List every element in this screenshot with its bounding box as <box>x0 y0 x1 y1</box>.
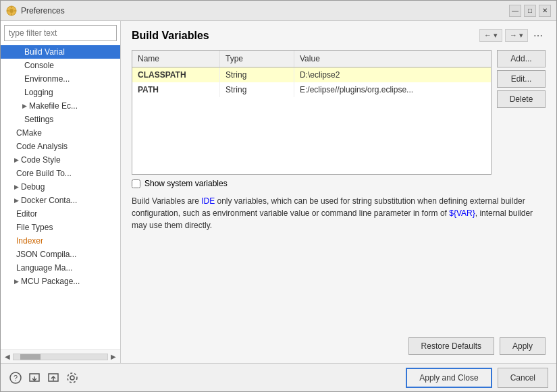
svg-point-12 <box>70 376 74 380</box>
scroll-right-arrow[interactable]: ▶ <box>109 352 117 362</box>
sidebar-item-label: Editor <box>16 209 37 219</box>
sidebar-item-cmake[interactable]: CMake <box>1 126 120 140</box>
sidebar-item-label: JSON Compila... <box>16 250 76 259</box>
sidebar-item-label: Code Analysis <box>16 142 68 151</box>
filter-input[interactable] <box>4 25 117 41</box>
sidebar-item-label: Language Ma... <box>16 263 72 273</box>
expand-arrow: ▶ <box>14 184 19 190</box>
sidebar-item-docker-containers[interactable]: ▶ Docker Conta... <box>1 194 120 207</box>
table-header: Name Type Value <box>132 51 491 67</box>
cell-value: D:\eclipse2 <box>294 67 491 82</box>
sidebar-item-mcu-package[interactable]: ▶ MCU Package... <box>1 275 120 288</box>
cell-name: PATH <box>132 82 220 97</box>
app-icon <box>6 5 17 16</box>
expand-arrow: ▶ <box>22 103 27 109</box>
export-icon[interactable] <box>47 371 60 385</box>
page-title: Build Variables <box>132 30 209 42</box>
sidebar-item-core-build-tools[interactable]: Core Build To... <box>1 167 120 180</box>
sidebar-item-settings[interactable]: Settings <box>1 113 120 126</box>
sidebar-item-label: File Types <box>16 223 53 232</box>
apply-close-button[interactable]: Apply and Close <box>406 368 492 388</box>
side-buttons: Add... Edit... Delete <box>497 50 546 175</box>
col-value: Value <box>294 51 491 67</box>
ide-text: IDE <box>201 196 215 206</box>
close-button[interactable]: ✕ <box>539 5 551 17</box>
sidebar-item-label: Console <box>24 61 54 70</box>
sidebar: Build Varial Console Environme... Loggin… <box>1 21 121 363</box>
expand-arrow: ▶ <box>14 278 19 285</box>
sidebar-item-label: Makefile Ec... <box>29 101 78 111</box>
window-title: Preferences <box>21 6 65 16</box>
var-text: ${VAR} <box>449 208 475 218</box>
sidebar-item-language-map[interactable]: Language Ma... <box>1 261 120 275</box>
sidebar-scrollbar[interactable]: ◀ ▶ <box>1 349 120 363</box>
titlebar: Preferences — □ ✕ <box>1 1 556 21</box>
back-button[interactable]: ← ▾ <box>479 29 502 42</box>
settings-icon[interactable] <box>65 371 79 385</box>
forward-button[interactable]: → ▾ <box>505 29 528 42</box>
expand-arrow: ▶ <box>14 157 19 163</box>
titlebar-left: Preferences <box>6 5 65 16</box>
col-name: Name <box>132 51 220 67</box>
description-text: Build Variables are IDE only variables, … <box>132 195 546 231</box>
sidebar-item-label: Core Build To... <box>16 169 72 178</box>
sidebar-item-label: CMake <box>16 128 42 138</box>
minimize-button[interactable]: — <box>509 5 521 17</box>
sidebar-item-label: Build Varial <box>24 47 65 57</box>
edit-button[interactable]: Edit... <box>497 70 546 88</box>
cell-name: CLASSPATH <box>132 67 220 82</box>
svg-text:?: ? <box>14 374 18 382</box>
cell-value: E:/eclipse//plugins/org.eclipse... <box>294 82 491 97</box>
sidebar-item-debug[interactable]: ▶ Debug <box>1 180 120 194</box>
sidebar-item-label: Environme... <box>24 74 70 84</box>
expand-arrow: ▶ <box>14 197 19 204</box>
main-area: Build Varial Console Environme... Loggin… <box>1 21 556 363</box>
menu-button[interactable]: ⋯ <box>531 30 546 41</box>
sidebar-item-console[interactable]: Console <box>1 59 120 72</box>
cancel-button[interactable]: Cancel <box>498 368 548 388</box>
table-row[interactable]: CLASSPATH String D:\eclipse2 <box>132 67 491 82</box>
sidebar-item-build-variables[interactable]: Build Varial <box>1 45 120 59</box>
variables-table: Name Type Value CLASSPATH String D:\ecli… <box>132 50 492 175</box>
scroll-track[interactable] <box>13 354 108 360</box>
scroll-left-arrow[interactable]: ◀ <box>3 352 11 362</box>
sidebar-item-environment[interactable]: Environme... <box>1 72 120 86</box>
sidebar-item-label: MCU Package... <box>21 277 80 286</box>
variables-layout: Name Type Value CLASSPATH String D:\ecli… <box>132 50 546 175</box>
scroll-thumb[interactable] <box>20 354 41 360</box>
show-system-variables-label: Show system variables <box>144 179 228 188</box>
help-icon[interactable]: ? <box>9 371 22 385</box>
sidebar-item-json-compile[interactable]: JSON Compila... <box>1 248 120 261</box>
titlebar-controls: — □ ✕ <box>509 5 551 17</box>
delete-button[interactable]: Delete <box>497 90 546 108</box>
cell-type: String <box>220 67 294 82</box>
svg-point-1 <box>9 9 14 13</box>
sidebar-item-indexer[interactable]: Indexer <box>1 234 120 248</box>
maximize-button[interactable]: □ <box>524 5 536 17</box>
sidebar-item-label: Settings <box>24 115 53 124</box>
col-type: Type <box>220 51 294 67</box>
svg-point-13 <box>68 373 77 383</box>
restore-defaults-button[interactable]: Restore Defaults <box>408 337 494 355</box>
sidebar-item-code-style[interactable]: ▶ Code Style <box>1 153 120 167</box>
sidebar-item-logging[interactable]: Logging <box>1 86 120 99</box>
add-button[interactable]: Add... <box>497 50 546 67</box>
footer-right: Apply and Close Cancel <box>406 368 548 388</box>
content-header: Build Variables ← ▾ → ▾ ⋯ <box>132 29 546 42</box>
sidebar-item-makefile-ec[interactable]: ▶ Makefile Ec... <box>1 99 120 113</box>
footer-bar: ? <box>1 363 556 391</box>
cell-type: String <box>220 82 294 97</box>
sidebar-item-label: Logging <box>24 88 53 97</box>
apply-button[interactable]: Apply <box>500 337 546 355</box>
import-icon[interactable] <box>28 371 41 385</box>
sidebar-item-file-types[interactable]: File Types <box>1 221 120 234</box>
show-system-variables-checkbox[interactable] <box>132 179 140 188</box>
sidebar-item-label: Debug <box>21 182 45 192</box>
sidebar-item-code-analysis[interactable]: Code Analysis <box>1 140 120 153</box>
nav-buttons: ← ▾ → ▾ ⋯ <box>479 29 546 42</box>
table-row[interactable]: PATH String E:/eclipse//plugins/org.ecli… <box>132 82 491 97</box>
footer-icons: ? <box>9 371 79 385</box>
preferences-window: Preferences — □ ✕ Build Varial Console <box>0 0 557 392</box>
sidebar-item-editor[interactable]: Editor <box>1 207 120 221</box>
action-bar: Restore Defaults Apply <box>132 332 546 355</box>
